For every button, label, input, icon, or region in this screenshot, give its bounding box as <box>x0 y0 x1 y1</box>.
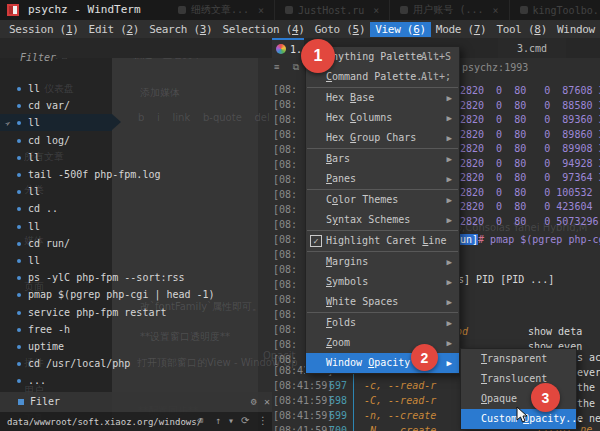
submenu-item-translucent[interactable]: Translucent <box>461 369 576 389</box>
history-item[interactable]: uptime <box>0 338 230 355</box>
timestamp-stub: [08: <box>273 144 297 155</box>
filer-header: Filer ⚙ ✕ <box>0 392 272 412</box>
menubar-item-tool-8[interactable]: Tool (8) <box>491 22 552 37</box>
bullet-icon <box>17 207 21 211</box>
history-item[interactable]: ll <box>0 149 230 166</box>
clear-icon[interactable]: ⌫ <box>197 415 203 426</box>
bullet-icon <box>17 104 21 108</box>
submenu-item-transparent[interactable]: Transparent <box>461 349 576 369</box>
bullet-icon <box>17 328 21 332</box>
menubar-item-selection-4[interactable]: Selection (4) <box>217 22 309 37</box>
submenu-arrow-icon: ▶ <box>447 252 452 272</box>
submenu-arrow-icon: ▶ <box>447 169 452 189</box>
terminal-prompt-line: un]# pmap $(pgrep php-cg <box>460 234 600 245</box>
history-item[interactable]: cd log/ <box>0 132 230 149</box>
timestamp-stub: [08: <box>273 309 297 320</box>
more-icon[interactable]: ⋮ <box>258 415 268 426</box>
bullet-icon <box>17 190 21 194</box>
menu-item-folds[interactable]: Folds▶ <box>306 313 459 333</box>
menu-item-margins[interactable]: Margins▶ <box>306 252 459 272</box>
menu-item-hex-columns[interactable]: Hex Columns▶ <box>306 108 459 128</box>
timestamp-stub: [08: <box>273 204 297 215</box>
menubar-item-window-9[interactable]: Window (9) <box>552 22 600 37</box>
filer-close-icon[interactable]: ✕ <box>264 396 270 407</box>
view-menu-dropdown: Anything Palette...Alt+SCommand Palette.… <box>305 46 460 374</box>
bullet-icon <box>17 225 21 229</box>
history-item[interactable]: ll <box>0 183 230 200</box>
ghost-favicon-icon <box>400 6 408 14</box>
ghost-browser-tab: 用户账号 (...× <box>390 0 509 20</box>
menubar-item-edit-2[interactable]: Edit (2) <box>84 22 145 37</box>
pmap-output-row: 2820 0 80 0 423604 <box>460 201 592 212</box>
pmap-output-row: 2820 0 80 0 97364 3 <box>460 172 600 183</box>
menu-item-symbols[interactable]: Symbols▶ <box>306 272 459 292</box>
submenu-arrow-icon: ▶ <box>447 333 452 353</box>
windterm-logo-icon <box>7 4 19 16</box>
menu-item-command-palette[interactable]: Command Palette...Alt+; <box>306 67 459 87</box>
ghost-favicon-icon <box>178 6 186 14</box>
timestamp-stub: [08: <box>273 114 297 125</box>
filer-path-bar: data/wwwroot/soft.xiaoz.org/windows/ ⌫↑▾… <box>0 412 272 431</box>
history-item[interactable]: tail -500f php-fpm.log <box>0 166 230 183</box>
filer-path[interactable]: data/wwwroot/soft.xiaoz.org/windows/ <box>7 417 202 427</box>
titlebar: psychz - WindTerm 细绣文章...×JustHost.ru×用户… <box>0 0 600 20</box>
refresh-icon[interactable]: ⟳ <box>241 415 249 426</box>
up-icon[interactable]: ↑ <box>215 415 221 426</box>
history-item[interactable]: free -h <box>0 321 230 338</box>
terminal-toolbar-icons[interactable]: ≡ ⧉ <box>274 62 303 73</box>
history-item[interactable]: service php-fpm restart <box>0 304 230 321</box>
menubar-item-session-1[interactable]: Session (1) <box>4 22 84 37</box>
timestamp-stub: [08: <box>273 99 297 110</box>
submenu-arrow-icon: ▶ <box>447 272 452 292</box>
menu-item-hex-group-chars[interactable]: Hex Group Chars▶ <box>306 128 459 148</box>
filer-gear-icon[interactable]: ⚙ <box>251 396 257 407</box>
menu-item-color-themes[interactable]: Color Themes▶ <box>306 190 459 210</box>
history-item[interactable]: cd .. <box>0 200 230 217</box>
history-item[interactable]: ... <box>0 372 230 389</box>
menu-item-highlight-caret-line[interactable]: ✓Highlight Caret Line <box>306 231 459 251</box>
checkbox-checked-icon: ✓ <box>310 235 322 247</box>
timestamp-stub: [08: <box>273 294 297 305</box>
timestamp-stub: [08: <box>273 234 297 245</box>
history-item[interactable]: ll <box>0 80 230 97</box>
timestamp-stub: [08: <box>273 174 297 185</box>
menu-item-bars[interactable]: Bars▶ <box>306 149 459 169</box>
ghost-browser-tab: JustHost.ru× <box>275 0 390 20</box>
menu-item-white-spaces[interactable]: White Spaces▶ <box>306 292 459 312</box>
menubar-item-view-6[interactable]: View (6) <box>370 22 431 37</box>
filer-title: Filer <box>30 396 60 407</box>
submenu-arrow-icon: ▶ <box>447 190 452 210</box>
history-item[interactable]: pmap $(pgrep php-cgi | head -1) <box>0 286 230 303</box>
history-item[interactable]: ll <box>0 252 230 269</box>
filter-input[interactable]: Filter <box>20 52 56 63</box>
history-item[interactable]: ll <box>0 218 230 235</box>
menubar-item-mode-7[interactable]: Mode (7) <box>431 22 492 37</box>
submenu-arrow-icon: ▶ <box>447 210 452 230</box>
clipped-text-fragment: the <box>577 382 595 393</box>
bullet-icon <box>17 121 21 125</box>
menubar-item-search-3[interactable]: Search (3) <box>144 22 217 37</box>
terminal-tab-3cmd[interactable]: 3.cmd <box>498 38 566 58</box>
history-item[interactable]: cd run/ <box>0 235 230 252</box>
terminal-tab-1[interactable]: 1. <box>272 38 304 58</box>
history-item[interactable]: ➢ll <box>0 114 112 131</box>
history-item[interactable]: ps -ylC php-fpm --sort:rss <box>0 269 230 286</box>
history-item[interactable]: cd /usr/local/php <box>0 355 230 372</box>
timestamp-stub: [08: <box>273 279 297 290</box>
menu-item-panes[interactable]: Panes▶ <box>306 169 459 189</box>
menu-item-syntax-schemes[interactable]: Syntax Schemes▶ <box>306 210 459 230</box>
timestamp-stub: [08: <box>273 264 297 275</box>
clipped-text-fragment: the <box>577 398 595 409</box>
timestamp-stub: [08: <box>273 219 297 230</box>
window-title: psychz - WindTerm <box>28 3 141 16</box>
history-item[interactable]: cd var/ <box>0 97 230 114</box>
dropdown-icon[interactable]: ▾ <box>228 415 234 426</box>
menu-item-hex-base[interactable]: Hex Base▶ <box>306 88 459 108</box>
ghost-favicon-icon <box>520 6 528 14</box>
ghost-favicon-icon <box>285 6 293 14</box>
pmap-output-row: 2820 0 80 0 88580 3 <box>460 100 600 111</box>
menubar-item-goto-5[interactable]: Goto (5) <box>310 22 371 37</box>
pin-icon: ➢ <box>1 115 16 132</box>
menu-shortcut: Alt+; <box>421 67 451 87</box>
windterm-window: { "palette":{"accent_blue":"#2b7ad0","ba… <box>0 0 600 431</box>
